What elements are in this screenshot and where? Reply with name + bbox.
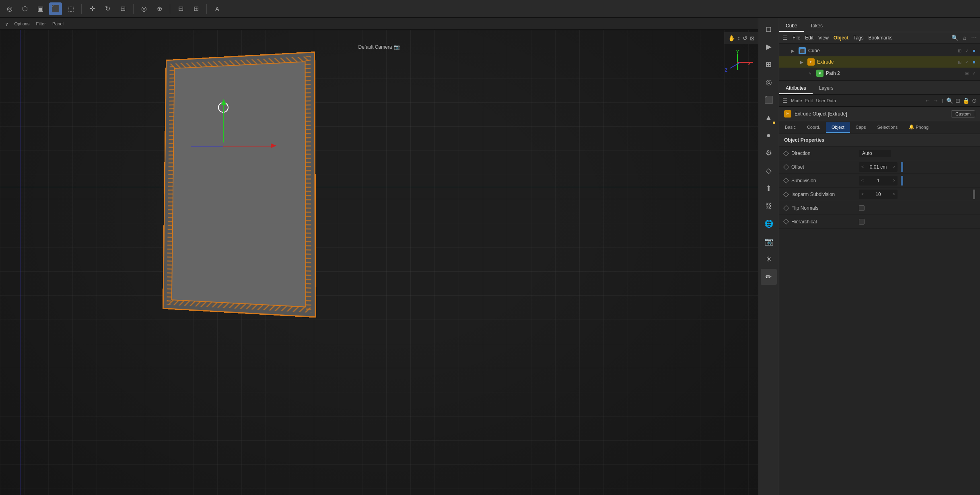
attr-lock-icon[interactable]: 🔒 [963, 97, 970, 104]
frame-icon[interactable]: ⊟ [174, 2, 187, 15]
menu-view[interactable]: View [818, 35, 829, 41]
render-small-icon[interactable]: ◻ [761, 21, 777, 37]
isoparm-input[interactable]: < 10 > [859, 190, 898, 199]
more-icon[interactable]: ⋯ [971, 35, 977, 41]
gem-icon[interactable]: ◇ [761, 163, 777, 179]
offset-slider[interactable] [901, 162, 903, 172]
tree-item-extrude[interactable]: ▶ E Extrude ⊞ ✓ ■ [779, 56, 980, 68]
isoparm-num: 10 [866, 191, 890, 198]
prop-diamond-hierarchical [783, 219, 789, 224]
custom-badge[interactable]: Custom [951, 110, 975, 118]
prop-label-direction: Direction [791, 151, 856, 156]
prop-tab-caps[interactable]: Caps [850, 122, 872, 133]
prop-diamond-subdivision [783, 177, 789, 183]
menu-tags[interactable]: Tags [853, 35, 863, 41]
move-nav-icon[interactable]: ↕ [737, 35, 740, 41]
prop-value-direction[interactable]: Auto [859, 150, 975, 157]
offset-right-arrow[interactable]: > [890, 162, 898, 172]
render-queue-icon[interactable]: ⊞ [761, 56, 777, 72]
viewer-icon[interactable]: ◎ [761, 74, 777, 90]
prop-tab-phong[interactable]: 🔔 Phong [903, 122, 934, 133]
globe-icon[interactable]: 🌐 [761, 216, 777, 232]
viewport-menu-options[interactable]: Options [12, 21, 32, 27]
menu-bookmarks[interactable]: Bookmarks [869, 35, 893, 41]
tab-takes[interactable]: Takes [804, 21, 829, 32]
move-icon[interactable]: ✛ [86, 2, 99, 15]
camera-panel-icon[interactable]: 📷 [761, 233, 777, 250]
prop-tab-basic[interactable]: Basic [779, 122, 801, 133]
pencil-icon[interactable]: ✏ [761, 269, 777, 285]
quad-icon[interactable]: ▣ [34, 2, 47, 15]
attr-hamburger[interactable]: ☰ [782, 97, 788, 104]
gear2-icon[interactable]: ⚙ [761, 145, 777, 161]
select-icon[interactable]: ⊞ [189, 2, 202, 15]
prop-tab-object[interactable]: Object [826, 122, 850, 133]
prop-tab-coord[interactable]: Coord. [801, 122, 826, 133]
tab-objects[interactable]: Cube [779, 21, 804, 32]
polygon-icon[interactable]: ⬡ [19, 2, 31, 15]
sun-icon[interactable]: ☀ [761, 251, 777, 267]
attr-up-icon[interactable]: ↑ [941, 97, 944, 104]
home-icon[interactable]: ⌂ [963, 35, 966, 41]
hamburger-icon[interactable]: ☰ [782, 35, 788, 41]
attr-userdata[interactable]: User Data [816, 98, 836, 103]
subdivision-left-arrow[interactable]: < [859, 176, 866, 186]
hand-icon[interactable]: ✋ [728, 35, 735, 41]
tree-expand-cube[interactable]: ▶ [791, 49, 796, 53]
viewport-menu-filter[interactable]: Filter [33, 21, 48, 27]
prop-diamond-direction [783, 150, 789, 156]
attr-search-icon[interactable]: 🔍 [946, 97, 953, 104]
font-icon[interactable]: A [211, 2, 224, 15]
tree-item-cube[interactable]: ▶ ⬛ Cube ⊞ ✓ ■ [779, 45, 980, 56]
flip-normals-checkbox[interactable] [859, 205, 865, 211]
subdivision-right-arrow[interactable]: > [890, 176, 898, 186]
menu-edit[interactable]: Edit [805, 35, 813, 41]
attr-back-icon[interactable]: ← [925, 97, 931, 104]
tree-action-extrude-1: ⊞ [957, 60, 962, 65]
upload-icon[interactable]: ⬆ [761, 180, 777, 196]
menu-object[interactable]: Object [834, 35, 848, 41]
cube-view-icon[interactable]: ⬛ [761, 92, 777, 108]
isoparm-right-arrow[interactable]: > [890, 190, 898, 199]
attr-list-icon[interactable]: ⊟ [955, 97, 960, 104]
attr-mode[interactable]: Mode [791, 98, 802, 103]
isoparm-slider[interactable] [973, 190, 975, 199]
offset-input[interactable]: < 0.01 cm > [859, 162, 898, 172]
zoom-icon[interactable]: ⊠ [750, 35, 755, 41]
tree-expand-path[interactable]: ↳ [809, 72, 814, 75]
isoparm-left-arrow[interactable]: < [859, 190, 866, 199]
tab-attributes[interactable]: Attributes [779, 83, 813, 94]
menu-file[interactable]: File [793, 35, 800, 41]
rotate-icon[interactable]: ↻ [101, 2, 114, 15]
attr-edit[interactable]: Edit [805, 98, 813, 103]
subdivision-slider[interactable] [901, 176, 903, 186]
sphere-icon[interactable]: ● [761, 127, 777, 143]
viewport-menu-y[interactable]: y [3, 21, 10, 27]
tree-expand-extrude[interactable]: ▶ [800, 60, 805, 64]
sidebar-top-tabs: Cube Takes [779, 18, 980, 32]
subdivision-input[interactable]: < 1 > [859, 176, 898, 186]
prop-tab-selections[interactable]: Selections [871, 122, 903, 133]
viewport-canvas[interactable]: Default Camera 📷 [0, 30, 758, 495]
viewport-menu-panel[interactable]: Panel [50, 21, 66, 27]
live-icon[interactable]: ◎ [3, 2, 16, 15]
tab-layers[interactable]: Layers [813, 83, 840, 94]
attr-circle-icon[interactable]: ⊙ [972, 97, 977, 104]
attr-forward-icon[interactable]: → [933, 97, 939, 104]
cube3d-icon[interactable]: ⬛ [49, 2, 62, 15]
rotate-nav-icon[interactable]: ↺ [743, 35, 747, 41]
prop-label-subdivision: Subdivision [791, 178, 856, 184]
gizmo-x-axis [223, 146, 272, 146]
direction-value[interactable]: Auto [859, 150, 891, 157]
media-icon[interactable]: ▶ [761, 39, 777, 55]
render-icon[interactable]: ⬚ [64, 2, 77, 15]
hierarchical-checkbox[interactable] [859, 219, 865, 225]
search-icon[interactable]: 🔍 [951, 35, 958, 41]
offset-left-arrow[interactable]: < [859, 162, 866, 172]
link-icon[interactable]: ⛓ [761, 198, 777, 214]
transform-icon[interactable]: ⊕ [153, 2, 166, 15]
tree-item-path2[interactable]: ↳ P Path 2 ⊞ ✓ [779, 68, 980, 79]
snap-icon[interactable]: ◎ [138, 2, 150, 15]
scale-icon[interactable]: ⊞ [116, 2, 129, 15]
cone-icon[interactable]: ▲ [761, 109, 777, 126]
